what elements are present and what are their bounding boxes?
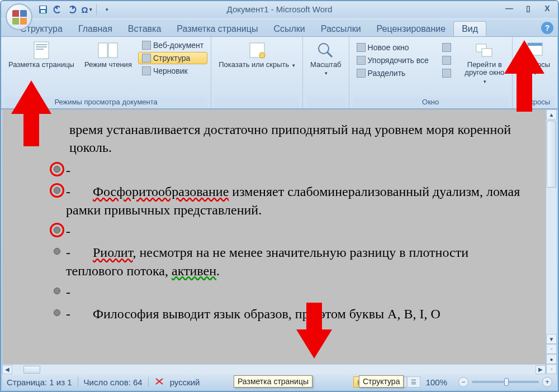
reading-layout-button[interactable]: Режим чтения — [80, 39, 136, 70]
outline-bullet-icon[interactable] — [54, 248, 60, 255]
paragraph: время устанавливается достаточно приподн… — [69, 121, 529, 157]
scroll-up-icon[interactable]: ▲ — [546, 109, 557, 119]
svg-rect-2 — [41, 10, 45, 13]
tooltip-print-layout: Разметка страницы — [234, 375, 312, 388]
draft-icon — [142, 66, 151, 75]
svg-rect-4 — [36, 44, 47, 45]
outline-item: - — [69, 283, 529, 301]
arrange-all-button[interactable]: Упорядочить все — [353, 54, 433, 66]
svg-rect-8 — [108, 43, 117, 58]
svg-rect-7 — [98, 43, 107, 58]
print-layout-button[interactable]: Разметка страницы — [4, 39, 78, 70]
tab-references[interactable]: Ссылки — [266, 22, 312, 36]
zoom-out-button[interactable]: − — [458, 377, 468, 387]
qat-customize-icon[interactable]: ▾ — [100, 3, 112, 16]
svg-rect-5 — [36, 46, 47, 47]
status-page[interactable]: Страница: 1 из 1 — [7, 377, 72, 387]
draft-viewbtn[interactable]: ☰ — [407, 376, 420, 388]
newwin-icon — [357, 43, 366, 52]
undo-icon[interactable] — [51, 3, 64, 16]
document-content[interactable]: время устанавливается достаточно приподн… — [2, 109, 546, 374]
scroll-left-icon[interactable]: ◀ — [2, 365, 12, 374]
tab-mailings[interactable]: Рассылки — [313, 22, 369, 36]
sidebyside-button[interactable] — [438, 41, 455, 54]
globe-icon — [142, 41, 151, 50]
group-label-window: Окно — [353, 97, 509, 108]
quick-access-toolbar: Ω▾ ▾ — [37, 3, 112, 16]
svg-rect-14 — [482, 49, 492, 56]
outline-icon — [142, 54, 151, 63]
draft-view-button[interactable]: Черновик — [138, 65, 207, 77]
outline-bullet-icon[interactable] — [54, 288, 60, 294]
resetpos-button[interactable] — [438, 67, 455, 79]
zoom-button[interactable]: Масштаб▾ — [306, 39, 345, 79]
document-area: время устанавливается достаточно приподн… — [2, 109, 557, 374]
status-language[interactable]: русский — [170, 377, 200, 387]
zoom-track[interactable] — [472, 381, 539, 383]
office-button[interactable] — [6, 3, 32, 30]
minimize-button[interactable]: — — [502, 3, 517, 13]
redo-icon[interactable] — [66, 3, 78, 16]
prev-page-icon[interactable]: ◦ — [546, 344, 557, 354]
split-button[interactable]: Разделить — [353, 67, 433, 79]
horizontal-scrollbar[interactable]: ◀ ▶ — [2, 364, 546, 374]
zoom-in-button[interactable]: + — [542, 377, 552, 387]
zoom-slider: − + — [458, 377, 552, 387]
scroll-right-icon[interactable]: ▶ — [536, 365, 546, 374]
outline-item: -Философия выводит язык образов, при это… — [69, 305, 529, 323]
outline-item: - — [69, 161, 529, 179]
tab-pagelayout[interactable]: Разметка страницы — [169, 22, 266, 36]
hscroll-thumb[interactable] — [23, 366, 40, 374]
reading-layout-label: Режим чтения — [84, 61, 132, 69]
outline-view-button[interactable]: Структура — [138, 52, 207, 64]
svg-rect-1 — [40, 6, 46, 9]
tab-review[interactable]: Рецензирование — [369, 22, 454, 36]
outline-item: -Фосфоритообразование изменяет слабомине… — [69, 183, 529, 219]
symbol-icon[interactable]: Ω▾ — [80, 3, 93, 16]
maximize-button[interactable]: ▯ — [521, 3, 536, 13]
zoom-knob[interactable] — [504, 378, 509, 386]
show-hide-button[interactable]: Показать или скрыть ▾ — [215, 39, 299, 70]
proofing-icon[interactable] — [154, 377, 164, 388]
svg-rect-6 — [36, 49, 44, 50]
arrange-icon — [357, 56, 366, 65]
ribbon-tabs: Структура Главная Вставка Разметка стран… — [1, 20, 558, 37]
vertical-scrollbar[interactable]: ▲ ▼ ◦ ● ◦ — [546, 109, 557, 374]
save-icon[interactable] — [37, 3, 49, 16]
help-button[interactable]: ? — [541, 22, 553, 34]
ribbon: Разметка страницы Режим чтения Веб-докум… — [1, 37, 558, 109]
outline-bullet-icon[interactable] — [54, 309, 60, 316]
scroll-thumb[interactable] — [547, 121, 556, 188]
new-window-button[interactable]: Новое окно — [353, 41, 433, 54]
tab-insert[interactable]: Вставка — [120, 22, 169, 36]
browse-object-icon[interactable]: ● — [546, 354, 557, 364]
titlebar: Ω▾ ▾ Документ1 - Microsoft Word — ▯ X — [1, 1, 558, 18]
tab-view[interactable]: Вид — [453, 21, 486, 36]
svg-point-10 — [259, 52, 265, 58]
outline-item: -Риолит, несмотря на не менее значительн… — [69, 243, 529, 280]
split-icon — [357, 69, 366, 78]
outline-item: - — [69, 222, 529, 240]
tooltip-outline: Структура — [359, 375, 404, 388]
switch-window-button[interactable]: Перейти в другое окно ▾ — [461, 39, 509, 87]
outline-bullet-icon[interactable] — [54, 187, 60, 194]
outline-bullet-icon[interactable] — [54, 166, 60, 173]
web-layout-button[interactable]: Веб-документ — [138, 39, 207, 51]
svg-line-12 — [327, 52, 332, 57]
close-button[interactable]: X — [540, 3, 555, 13]
tab-home[interactable]: Главная — [70, 22, 120, 36]
outline-bullet-icon[interactable] — [54, 227, 60, 233]
print-layout-label: Разметка страницы — [8, 61, 74, 69]
next-page-icon[interactable]: ◦ — [546, 364, 557, 374]
syncscroll-button[interactable] — [438, 54, 455, 66]
scroll-down-icon[interactable]: ▼ — [546, 334, 557, 344]
status-words[interactable]: Число слов: 64 — [84, 377, 143, 387]
status-zoom[interactable]: 100% — [426, 377, 447, 387]
